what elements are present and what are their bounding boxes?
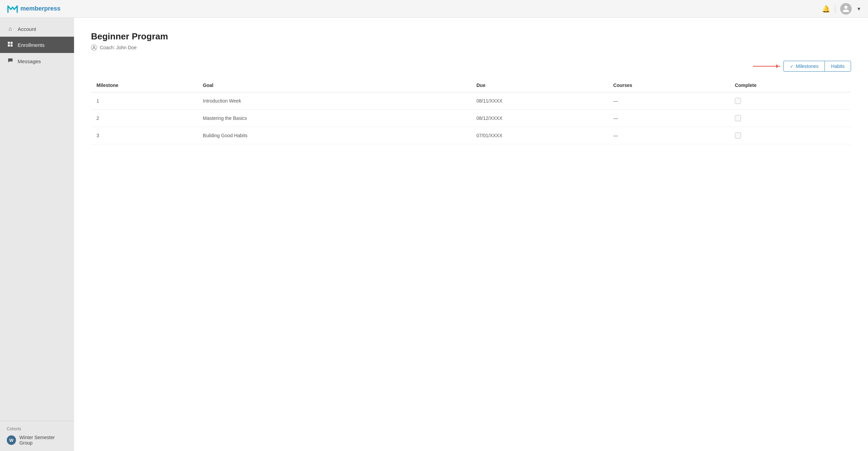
logo-icon [7, 3, 18, 15]
checkbox-area-3 [735, 132, 846, 139]
bell-icon[interactable]: 🔔 [822, 5, 830, 13]
complete-checkbox-1[interactable] [735, 98, 741, 104]
sidebar-item-messages[interactable]: Messages [0, 53, 74, 69]
cell-courses-1: — [608, 92, 729, 110]
checkbox-area-2 [735, 115, 846, 121]
th-complete: Complete [729, 78, 851, 92]
avatar[interactable] [840, 3, 852, 15]
th-due: Due [471, 78, 608, 92]
cell-courses-3: — [608, 127, 729, 144]
content-area: Beginner Program Coach: John Doe ✓ Miles… [74, 18, 868, 451]
sidebar-item-account[interactable]: ⌂ Account [0, 21, 74, 37]
tab-habits-label: Habits [831, 64, 845, 69]
chevron-down-icon[interactable]: ▼ [856, 6, 861, 12]
sidebar-item-enrollments[interactable]: Enrollments [0, 37, 74, 53]
arrow-indicator [753, 61, 780, 72]
table-body: 1 Introduction Week 08/11/XXXX — 2 Maste… [91, 92, 851, 144]
th-milestone: Milestone [91, 78, 197, 92]
sidebar-item-label-messages: Messages [18, 58, 41, 64]
cell-goal-2: Mastering the Basics [197, 110, 471, 127]
cell-milestone-3: 3 [91, 127, 197, 144]
cell-goal-1: Introduction Week [197, 92, 471, 110]
cell-due-3: 07/01/XXXX [471, 127, 608, 144]
svg-rect-2 [11, 42, 13, 44]
cell-due-1: 08/11/XXXX [471, 92, 608, 110]
table-row: 1 Introduction Week 08/11/XXXX — [91, 92, 851, 110]
top-nav: memberpress 🔔 ▼ [0, 0, 868, 18]
sidebar-item-label-enrollments: Enrollments [18, 42, 44, 48]
complete-checkbox-3[interactable] [735, 132, 741, 139]
chat-icon [7, 58, 14, 65]
coach-label: Coach: John Doe [100, 45, 137, 50]
svg-rect-3 [8, 44, 10, 47]
tab-area: ✓ Milestones Habits [91, 61, 851, 72]
cell-complete-3 [729, 127, 851, 144]
milestones-table: Milestone Goal Due Courses Complete 1 In… [91, 78, 851, 144]
coach-icon [91, 44, 97, 51]
cell-milestone-2: 2 [91, 110, 197, 127]
cohort-name: Winter Semester Group [19, 435, 67, 446]
svg-point-5 [93, 46, 95, 48]
tab-milestones[interactable]: ✓ Milestones [783, 61, 825, 72]
cell-goal-3: Building Good Habits [197, 127, 471, 144]
cell-complete-1 [729, 92, 851, 110]
grid-icon [7, 41, 14, 48]
cohorts-label: Cohorts [7, 427, 67, 431]
sidebar-item-label-account: Account [18, 26, 36, 32]
nav-divider [835, 5, 835, 13]
coach-line: Coach: John Doe [91, 44, 851, 51]
cell-due-2: 08/12/XXXX [471, 110, 608, 127]
th-goal: Goal [197, 78, 471, 92]
nav-right: 🔔 ▼ [822, 3, 861, 15]
complete-checkbox-2[interactable] [735, 115, 741, 121]
svg-point-0 [844, 5, 847, 8]
th-courses: Courses [608, 78, 729, 92]
cell-milestone-1: 1 [91, 92, 197, 110]
home-icon: ⌂ [7, 26, 14, 32]
cohort-badge: W [7, 435, 16, 445]
cell-courses-2: — [608, 110, 729, 127]
main-layout: ⌂ Account Enrollments [0, 18, 868, 451]
cell-complete-2 [729, 110, 851, 127]
cohort-item[interactable]: W Winter Semester Group [7, 435, 67, 446]
tab-buttons: ✓ Milestones Habits [783, 61, 851, 72]
check-icon: ✓ [790, 64, 794, 69]
tab-habits[interactable]: Habits [825, 61, 851, 72]
tab-milestones-label: Milestones [796, 64, 818, 69]
logo-text: memberpress [20, 5, 60, 12]
logo-area[interactable]: memberpress [7, 3, 60, 15]
sidebar-bottom: Cohorts W Winter Semester Group [0, 421, 74, 451]
svg-rect-4 [11, 44, 13, 47]
svg-rect-1 [8, 42, 10, 44]
page-title: Beginner Program [91, 31, 851, 42]
table-header: Milestone Goal Due Courses Complete [91, 78, 851, 92]
sidebar: ⌂ Account Enrollments [0, 18, 74, 451]
table-row: 3 Building Good Habits 07/01/XXXX — [91, 127, 851, 144]
sidebar-nav: ⌂ Account Enrollments [0, 21, 74, 421]
checkbox-area-1 [735, 98, 846, 104]
table-row: 2 Mastering the Basics 08/12/XXXX — [91, 110, 851, 127]
arrow-line [753, 66, 780, 67]
